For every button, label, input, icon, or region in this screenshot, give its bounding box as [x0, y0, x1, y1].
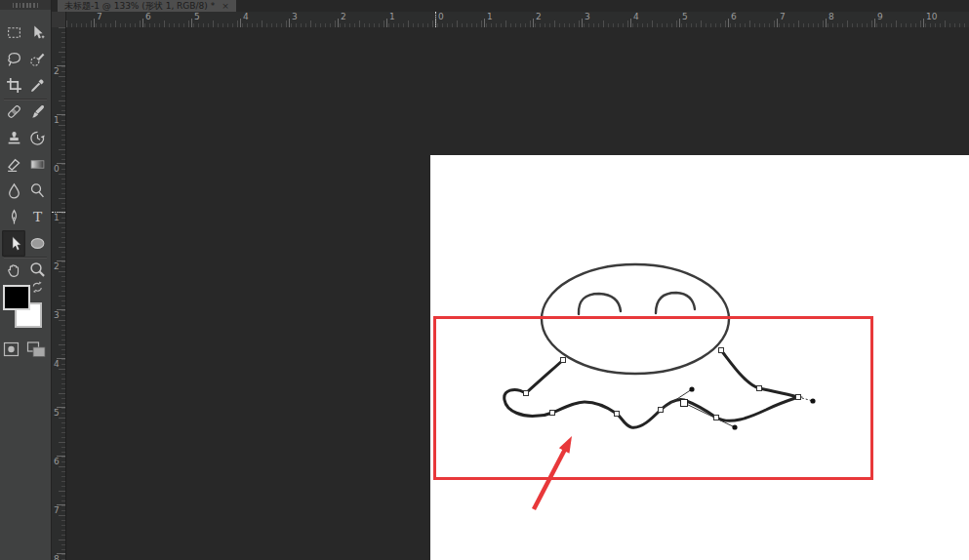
ruler-label: 4: [633, 13, 639, 21]
quick-selection-tool[interactable]: [25, 46, 49, 72]
rectangular-marquee-tool[interactable]: [2, 20, 25, 46]
horizontal-ruler[interactable]: 7654321012345678910: [66, 12, 969, 28]
healing-brush-icon: [6, 103, 22, 120]
ruler-label: 3: [585, 13, 590, 21]
move-tool[interactable]: [25, 20, 49, 46]
jellyfish-skirt-path[interactable]: [505, 350, 798, 427]
ruler-label: 2: [54, 67, 60, 76]
path-anchor[interactable]: [714, 416, 719, 420]
quick-selection-icon: [29, 51, 46, 67]
document-tab-bar: 未标题-1 @ 133% (形状 1, RGB/8) * ×: [52, 0, 969, 12]
lasso-icon: [6, 51, 22, 67]
ruler-label: 7: [780, 13, 786, 21]
ruler-label: 5: [682, 13, 688, 21]
foreground-color-swatch[interactable]: [3, 285, 30, 310]
tools-panel: T: [0, 0, 52, 560]
bezier-handle-dot[interactable]: [732, 424, 737, 429]
eraser-tool[interactable]: [2, 151, 25, 178]
pen-icon: [6, 209, 22, 225]
ruler-label: 5: [54, 409, 60, 418]
type-tool[interactable]: T: [25, 204, 49, 230]
document-title: 未标题-1 @ 133% (形状 1, RGB/8) *: [64, 0, 215, 12]
annotation-rectangle: [435, 318, 872, 479]
ruler-label: 1: [54, 116, 60, 125]
ruler-label: 2: [54, 262, 60, 271]
ruler-label: 6: [145, 13, 151, 21]
panel-grip-bar: [0, 0, 51, 10]
dodge-tool[interactable]: [25, 178, 49, 204]
screen-mode-button[interactable]: [26, 340, 47, 358]
quick-mask-button[interactable]: [3, 341, 20, 357]
ruler-label: 2: [536, 13, 542, 21]
path-anchor[interactable]: [524, 391, 529, 396]
jellyfish-right-eye[interactable]: [656, 293, 695, 313]
clone-stamp-tool[interactable]: [2, 125, 25, 151]
ruler-corner[interactable]: [52, 12, 66, 28]
healing-brush-tool[interactable]: [2, 99, 25, 125]
tool-grid: T: [2, 20, 49, 283]
path-anchor[interactable]: [561, 358, 566, 363]
brush-icon: [29, 103, 46, 120]
ruler-label: 2: [341, 13, 346, 21]
path-anchor[interactable]: [757, 386, 762, 391]
brush-tool[interactable]: [25, 99, 49, 125]
ruler-label: 8: [828, 13, 834, 21]
annotation-arrow: [534, 436, 572, 509]
bezier-handle-line: [684, 403, 735, 427]
ruler-label: 4: [243, 13, 249, 21]
ruler-label: 1: [389, 13, 395, 21]
annotation-arrow-head: [559, 436, 572, 454]
hand-tool[interactable]: [2, 257, 25, 283]
path-anchor-selected[interactable]: [681, 400, 688, 407]
history-brush-icon: [29, 130, 46, 146]
marquee-icon: [6, 24, 22, 41]
photoshop-window: T 未标题-1 @ 133% (形状 1, RGB/8) * × 7654321…: [0, 0, 969, 560]
ruler-label: 6: [731, 13, 737, 21]
shape-layer-drawing: [430, 155, 969, 560]
ruler-label: 4: [54, 360, 60, 369]
pen-tool[interactable]: [2, 204, 25, 230]
lasso-tool[interactable]: [2, 46, 25, 72]
ruler-label: 10: [926, 13, 937, 21]
move-icon: [29, 24, 46, 41]
gradient-tool[interactable]: [25, 151, 49, 178]
vertical-ruler[interactable]: 21012345678: [52, 27, 66, 560]
ruler-label: 5: [194, 13, 200, 21]
toolbar-divider: [4, 257, 47, 258]
path-anchor[interactable]: [719, 348, 724, 353]
path-anchor[interactable]: [796, 395, 801, 400]
eyedropper-tool[interactable]: [25, 72, 49, 99]
ruler-label: 7: [97, 13, 102, 21]
path-anchor[interactable]: [550, 411, 555, 416]
jellyfish-left-eye[interactable]: [579, 294, 621, 314]
gradient-icon: [29, 156, 46, 173]
crop-tool[interactable]: [2, 72, 25, 99]
panel-grip-icon[interactable]: [13, 3, 38, 8]
bezier-handle-dot[interactable]: [689, 386, 694, 391]
type-icon: T: [29, 209, 46, 225]
ruler-cursor-indicator: [52, 212, 65, 213]
document-tab[interactable]: 未标题-1 @ 133% (形状 1, RGB/8) * ×: [58, 0, 236, 12]
ruler-label: 7: [54, 506, 60, 515]
ruler-label: 3: [54, 311, 60, 320]
path-selection-tool[interactable]: [2, 230, 25, 257]
close-tab-icon[interactable]: ×: [222, 0, 229, 12]
zoom-icon: [29, 261, 46, 278]
ruler-label: 3: [292, 13, 298, 21]
zoom-tool[interactable]: [25, 257, 49, 283]
swap-colors-icon[interactable]: [30, 280, 45, 295]
blur-tool[interactable]: [2, 178, 25, 204]
eyedropper-icon: [29, 77, 46, 94]
clone-stamp-icon: [6, 130, 22, 146]
path-anchor[interactable]: [659, 408, 664, 413]
history-brush-tool[interactable]: [25, 125, 49, 151]
hand-icon: [6, 261, 22, 278]
bezier-handle-dot[interactable]: [810, 398, 815, 403]
dodge-icon: [29, 182, 46, 199]
path-anchor[interactable]: [615, 412, 620, 417]
ruler-label: 9: [877, 13, 883, 21]
ellipse-tool[interactable]: [25, 230, 49, 257]
toolbar-divider: [4, 99, 47, 100]
bezier-handles-layer: [661, 386, 816, 429]
ellipse-icon: [29, 235, 46, 252]
